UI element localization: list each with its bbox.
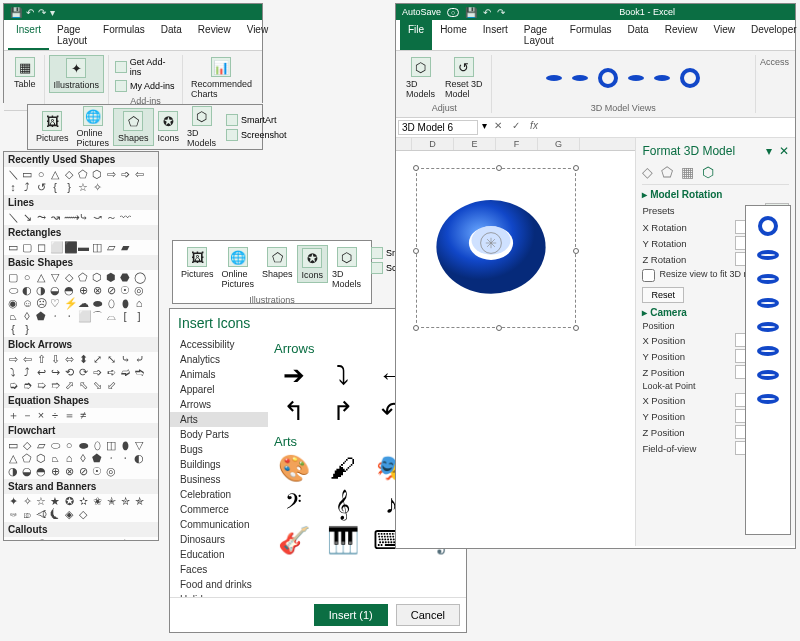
view-gallery[interactable]	[538, 55, 708, 101]
tab-formulas[interactable]: Formulas	[95, 20, 153, 50]
shapes-gallery[interactable]: Recently Used Shapes ＼▭○△◇⬠⬡⇨➩⇦↕⤴↺{}☆✧ L…	[3, 151, 159, 541]
dropdown-icon[interactable]: ▾	[482, 120, 487, 135]
undo-icon[interactable]: ↶	[26, 7, 34, 18]
preset-6[interactable]	[757, 346, 779, 356]
guitar-icon[interactable]: 🎸	[274, 527, 313, 553]
select-all[interactable]	[396, 138, 412, 150]
pictures-button-2[interactable]: 🖼Pictures	[177, 245, 218, 281]
treble-clef-icon[interactable]: 𝄞	[323, 491, 362, 517]
save-icon[interactable]: 💾	[465, 7, 477, 18]
tab-insert[interactable]: Insert	[475, 20, 516, 50]
stars-shapes[interactable]: ✦✧☆★✪✫✬✭✮✯⎃⎄⏿⏾◈◇	[4, 494, 158, 522]
presets-flyout[interactable]	[745, 205, 791, 535]
icons-button[interactable]: ✪Icons	[154, 109, 184, 145]
cat-accessibility[interactable]: Accessibility	[170, 337, 268, 352]
tab-formulas[interactable]: Formulas	[562, 20, 620, 50]
3d-model-torus[interactable]	[426, 178, 566, 318]
col-d[interactable]: D	[412, 138, 454, 150]
enter-formula-icon[interactable]: ✓	[509, 120, 523, 135]
redo-icon[interactable]: ↷	[38, 7, 46, 18]
3d-models-button-2[interactable]: ⬡3D Models	[328, 245, 365, 291]
shapes-button-2[interactable]: ⬠Shapes	[258, 245, 297, 281]
tab-insert[interactable]: Insert	[8, 20, 49, 50]
preset-3[interactable]	[757, 274, 779, 284]
fx-icon[interactable]: fx	[527, 120, 541, 135]
cat-body[interactable]: Body Parts	[170, 427, 268, 442]
arrows-shapes[interactable]: ⇨⇦⇧⇩⬄⬍⤢⤡⤷⤶⤵⤴↩↪⟲⟳➩➪➫➬➭➮➯➱⬀⬁⬂⬃	[4, 352, 158, 393]
brush-icon[interactable]: 🖌	[323, 455, 362, 481]
col-g[interactable]: G	[538, 138, 580, 150]
tab-data[interactable]: Data	[153, 20, 190, 50]
cat-commerce[interactable]: Commerce	[170, 502, 268, 517]
cancel-button[interactable]: Cancel	[396, 604, 460, 626]
view-2[interactable]	[572, 75, 588, 81]
preset-1[interactable]	[758, 216, 778, 236]
arrow-turn-right-icon[interactable]: ↱	[323, 398, 362, 424]
recent-shapes[interactable]: ＼▭○△◇⬠⬡⇨➩⇦↕⤴↺{}☆✧	[4, 167, 158, 195]
fill-icon[interactable]: ◇	[642, 164, 653, 180]
rect-shapes[interactable]: ▭▢◻⬜⬛▬◫▱▰	[4, 240, 158, 255]
view-3[interactable]	[598, 68, 618, 88]
bass-clef-icon[interactable]: 𝄢	[274, 491, 313, 517]
cat-arrows[interactable]: Arrows	[170, 397, 268, 412]
preset-8[interactable]	[757, 394, 779, 404]
autosave-toggle[interactable]: ○	[447, 8, 459, 17]
tab-data[interactable]: Data	[620, 20, 657, 50]
view-6[interactable]	[680, 68, 700, 88]
cat-education[interactable]: Education	[170, 547, 268, 562]
icons-button-2[interactable]: ✪Icons	[297, 245, 329, 283]
cat-communication[interactable]: Communication	[170, 517, 268, 532]
callouts-shapes[interactable]: ▭⬭◯☁⬬⬯⬮◊⬟⬞⬝⬜	[4, 537, 158, 541]
pictures-button[interactable]: 🖼Pictures	[32, 109, 73, 145]
online-pictures-button[interactable]: 🌐Online Pictures	[73, 104, 114, 150]
arrow-turn-left-icon[interactable]: ↰	[274, 398, 313, 424]
cancel-formula-icon[interactable]: ✕	[491, 120, 505, 135]
worksheet-grid[interactable]: D E F G	[396, 138, 635, 546]
preset-7[interactable]	[757, 370, 779, 380]
eq-shapes[interactable]: ＋－×÷＝≠	[4, 408, 158, 423]
cat-holidays[interactable]: Holidays	[170, 592, 268, 597]
undo-icon[interactable]: ↶	[483, 7, 491, 18]
3d-models-button[interactable]: ⬡3D Models	[183, 104, 220, 150]
size-icon[interactable]: ▦	[681, 164, 694, 180]
cat-business[interactable]: Business	[170, 472, 268, 487]
cat-apparel[interactable]: Apparel	[170, 382, 268, 397]
insert-button[interactable]: Insert (1)	[314, 604, 388, 626]
cat-animals[interactable]: Animals	[170, 367, 268, 382]
tab-view[interactable]: View	[705, 20, 743, 50]
selection-frame[interactable]	[416, 168, 576, 328]
column-headers[interactable]: D E F G	[396, 138, 635, 151]
preset-5[interactable]	[757, 322, 779, 332]
qat-more-icon[interactable]: ▾	[50, 7, 55, 18]
cat-dinosaurs[interactable]: Dinosaurs	[170, 532, 268, 547]
reset-3d-btn[interactable]: ↺Reset 3D Model	[441, 55, 487, 101]
cat-arts[interactable]: Arts	[170, 412, 268, 427]
name-box[interactable]	[398, 120, 478, 135]
online-pictures-button-2[interactable]: 🌐Online Pictures	[218, 245, 259, 291]
piano-icon[interactable]: 🎹	[323, 527, 362, 553]
resize-checkbox[interactable]	[642, 269, 655, 282]
3d-models-btn[interactable]: ⬡3D Models	[402, 55, 439, 101]
cat-celebration[interactable]: Celebration	[170, 487, 268, 502]
view-5[interactable]	[654, 75, 670, 81]
preset-4[interactable]	[757, 298, 779, 308]
shapes-button[interactable]: ⬠Shapes	[113, 108, 154, 146]
cat-buildings[interactable]: Buildings	[170, 457, 268, 472]
table-button[interactable]: ▦Table	[10, 55, 40, 91]
col-e[interactable]: E	[454, 138, 496, 150]
get-addins[interactable]: Get Add-ins	[113, 56, 178, 78]
lines-shapes[interactable]: ＼↘⤳↝⟿⤷⤻～〰	[4, 210, 158, 225]
effects-icon[interactable]: ⬠	[661, 164, 673, 180]
flow-shapes[interactable]: ▭◇▱⬭○⬬⬯◫⬮▽△⬠⬡⏢⌂◊⬟⬞⬝◐◑◒◓⊕⊗⊘☉◎	[4, 438, 158, 479]
tab-developer[interactable]: Developer	[743, 20, 800, 50]
tab-view[interactable]: View	[239, 20, 277, 50]
view-1[interactable]	[546, 75, 562, 81]
smartart-button[interactable]: SmartArt	[224, 113, 289, 127]
pane-dropdown-icon[interactable]: ▾	[766, 144, 772, 158]
cat-food[interactable]: Food and drinks	[170, 577, 268, 592]
reset-button[interactable]: Reset	[642, 287, 684, 303]
close-icon[interactable]: ✕	[779, 144, 789, 158]
recommended-charts-button[interactable]: 📊Recommended Charts	[187, 55, 256, 101]
cat-bugs[interactable]: Bugs	[170, 442, 268, 457]
preset-2[interactable]	[757, 250, 779, 260]
